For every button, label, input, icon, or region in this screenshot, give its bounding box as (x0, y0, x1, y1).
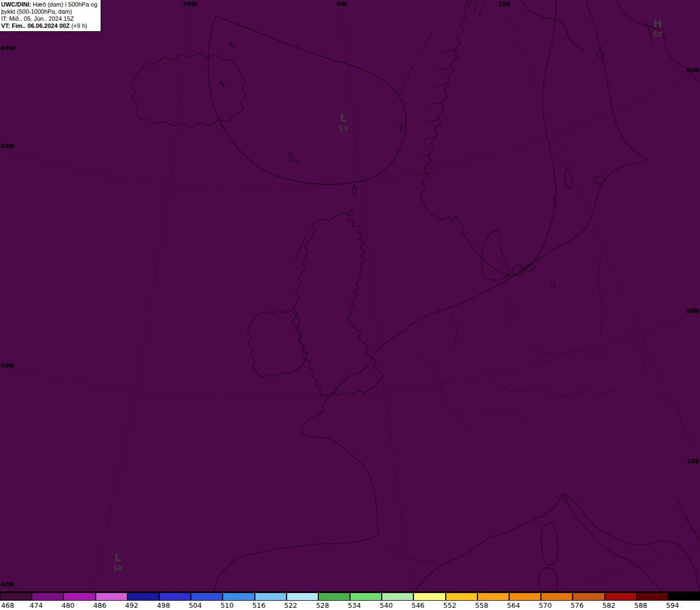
height-contour-54 (208, 16, 406, 184)
colorbar-swatch-522 (287, 592, 318, 601)
colorbar-value-558: 558 (475, 601, 488, 609)
colorbar-swatch-474 (32, 592, 63, 601)
colorbar-value-labels: 4684744804864924985045105165225285345405… (0, 602, 700, 610)
weather-map-screen: 20W0W20E40W60N50N40N60N50N20EL53H58L5854… (0, 0, 700, 610)
coastlines (130, 0, 700, 591)
map-graphics (0, 0, 700, 591)
colorbar-swatch-492 (127, 592, 159, 601)
colorbar-swatch-510 (223, 592, 254, 601)
colorbar-value-522: 522 (284, 601, 298, 609)
colorbar-value-510: 510 (220, 601, 234, 609)
colorbar-value-570: 570 (539, 601, 552, 609)
colorbar-swatch-594 (668, 592, 700, 601)
colorbar-swatch-504 (191, 592, 223, 601)
colorbar-value-504: 504 (189, 601, 202, 609)
graticule-lines (0, 7, 700, 591)
colorbar-swatch-588 (637, 592, 668, 601)
title-line-4: VT: Fim.. 06.06.2024 00Z (+9 h) (1, 22, 97, 30)
country-borders (383, 257, 685, 566)
colorbar-value-534: 534 (348, 601, 361, 609)
title-line-1: UWC/DINI: Hæð (dam) í 500hPa og (1, 1, 97, 8)
colorbar-value-582: 582 (603, 601, 616, 609)
colorbar-swatch-570 (541, 592, 573, 601)
colorbar-swatch-534 (350, 592, 382, 601)
colorbar-value-486: 486 (94, 601, 107, 609)
title-line-2: þykkt (500-1000hPa, dam) (1, 8, 97, 15)
colorbar-value-498: 498 (157, 601, 170, 609)
colorbar-swatch-528 (318, 592, 350, 601)
colorbar-swatch-552 (446, 592, 477, 601)
colorbar-swatch-498 (159, 592, 191, 601)
colorbar-swatch-582 (605, 592, 637, 601)
title-line-3: IT: Mið.. 05. Jún.. 2024 15Z (1, 15, 97, 22)
map-canvas: 20W0W20E40W60N50N40N60N50N20EL53H58L5854… (0, 0, 700, 591)
colorbar-swatch-564 (509, 592, 541, 601)
colorbar-swatches (0, 592, 700, 602)
colorbar-value-474: 474 (30, 601, 43, 609)
colorbar-swatch-486 (96, 592, 127, 601)
colorbar-swatch-468 (0, 592, 32, 601)
colorbar-swatch-480 (63, 592, 95, 601)
colorbar-swatch-516 (255, 592, 287, 601)
colorbar-swatch-540 (382, 592, 413, 601)
colorbar-swatch-558 (477, 592, 509, 601)
colorbar-value-588: 588 (634, 601, 648, 609)
colorbar-value-516: 516 (253, 601, 266, 609)
colorbar-value-576: 576 (570, 601, 584, 609)
colorbar-value-564: 564 (507, 601, 520, 609)
colorbar-value-480: 480 (61, 601, 74, 609)
colorbar-value-492: 492 (125, 601, 138, 609)
colorbar-value-528: 528 (316, 601, 329, 609)
colorbar-value-540: 540 (380, 601, 393, 609)
thickness-colorbar: 4684744804864924985045105165225285345405… (0, 591, 700, 610)
map-title-box: UWC/DINI: Hæð (dam) í 500hPa og þykkt (5… (0, 0, 101, 32)
colorbar-swatch-576 (573, 592, 604, 601)
colorbar-value-552: 552 (444, 601, 457, 609)
colorbar-value-546: 546 (411, 601, 424, 609)
colorbar-swatch-546 (413, 592, 445, 601)
colorbar-value-468: 468 (1, 601, 14, 609)
colorbar-value-594: 594 (666, 601, 679, 609)
